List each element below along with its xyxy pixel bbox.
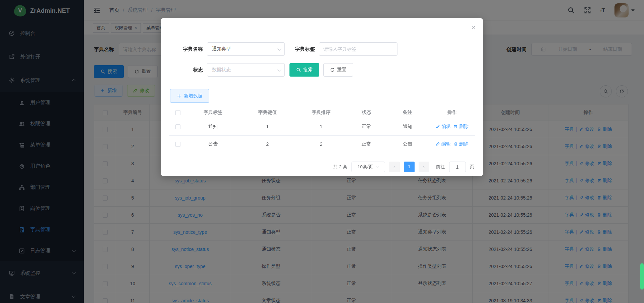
modal-reset-button[interactable]: 重置: [323, 63, 353, 77]
page-1-button[interactable]: 1: [404, 162, 415, 172]
pagination-total: 共 2 条: [333, 164, 347, 170]
chevron-down-icon: [277, 68, 281, 71]
trash-icon: [453, 124, 458, 129]
modal-dict-name-label: 字典名称: [169, 46, 203, 52]
scrollbar-thumb[interactable]: [640, 263, 644, 290]
status-label: 状态: [169, 67, 203, 73]
goto-page-input[interactable]: [449, 162, 466, 172]
page-unit-label: 页: [470, 164, 475, 170]
trash-icon: [453, 142, 458, 146]
modal-table-header-row: 字典标签 字典键值 字典排序 状态 备注 操作: [169, 107, 475, 118]
page-size-select[interactable]: 10条/页: [352, 162, 385, 172]
row-checkbox[interactable]: [175, 142, 180, 147]
edit-link[interactable]: 编辑: [436, 124, 451, 129]
next-page-button[interactable]: ›: [419, 162, 429, 172]
pencil-icon: [436, 142, 440, 146]
close-icon[interactable]: ×: [472, 24, 476, 31]
dict-tag-input[interactable]: [319, 42, 397, 56]
search-icon: [296, 68, 301, 72]
dict-data-table: 字典标签 字典键值 字典排序 状态 备注 操作 通知 1 1 正常 通知 编辑 …: [169, 107, 475, 153]
prev-page-button[interactable]: ‹: [389, 162, 400, 172]
delete-link[interactable]: 删除: [453, 141, 469, 146]
chevron-down-icon: [376, 165, 379, 168]
select-all-checkbox[interactable]: [175, 110, 180, 115]
delete-link[interactable]: 删除: [453, 124, 469, 129]
plus-icon: [177, 94, 181, 98]
edit-link[interactable]: 编辑: [436, 141, 451, 146]
modal-table-row: 通知 1 1 正常 通知 编辑 删除: [169, 118, 475, 135]
pagination: 共 2 条 10条/页 ‹ 1 › 前往 页: [169, 162, 474, 172]
modal-table-row: 公告 2 2 正常 公告 编辑 删除: [169, 135, 475, 153]
goto-label: 前往: [436, 164, 445, 170]
dict-data-dialog: × 字典名称 通知类型 字典标签 状态 数据状态 搜索 重置: [161, 18, 483, 176]
add-data-button[interactable]: 新增数据: [170, 89, 209, 103]
row-checkbox[interactable]: [175, 124, 180, 129]
dict-tag-label: 字典标签: [289, 46, 315, 52]
status-select[interactable]: 数据状态: [207, 63, 285, 77]
refresh-icon: [330, 68, 335, 72]
chevron-down-icon: [277, 47, 281, 50]
pencil-icon: [436, 124, 440, 129]
modal-search-button[interactable]: 搜索: [289, 63, 319, 77]
dict-name-select[interactable]: 通知类型: [207, 42, 285, 56]
modal-search-form: 字典名称 通知类型 字典标签 状态 数据状态 搜索 重置: [169, 18, 474, 77]
